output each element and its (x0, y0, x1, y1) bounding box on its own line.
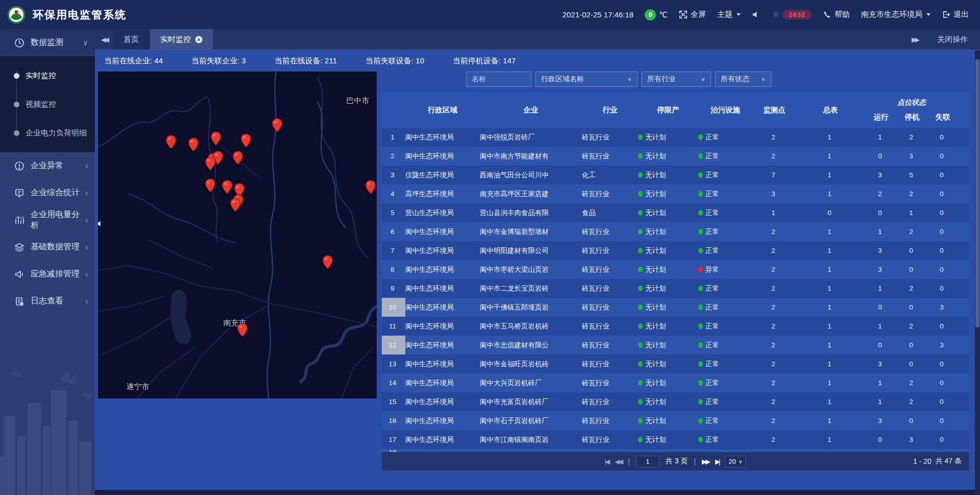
map-pin-icon[interactable] (365, 180, 376, 194)
cell-limit-status: 无计划 (638, 397, 698, 407)
sidebar-subitem[interactable]: 视频监控 (0, 90, 95, 119)
table-row[interactable]: 10阆中生态环境局阆中千佛镇五郎垭页岩砖瓦行业无计划正常21003 (382, 298, 969, 317)
temperature-badge: 0 (645, 9, 656, 20)
sidebar-subitem-label: 实时监控 (26, 71, 56, 81)
cell-limit-status: 无计划 (638, 303, 698, 312)
next-page-button[interactable]: ▶▶ (702, 458, 709, 465)
cell-industry: 化工 (582, 171, 638, 180)
cell-facility-status: 正常 (698, 171, 752, 180)
name-input-placeholder: 名称 (472, 75, 486, 84)
status-dot-icon (638, 437, 643, 442)
last-page-button[interactable]: ▶| (715, 458, 719, 465)
mute-button[interactable] (752, 10, 761, 19)
sidebar-item-6[interactable]: 应急减排管理‹ (0, 261, 95, 288)
table-row[interactable]: 2阆中生态环境局阆中市南方节能建材有砖瓦行业无计划正常21030 (382, 147, 969, 166)
facility-status-text: 正常 (705, 209, 719, 217)
table-row[interactable]: 1阆中生态环境局阆中强锐页岩砖厂砖瓦行业无计划正常21120 (382, 128, 969, 147)
row-index: 1 (382, 128, 405, 147)
cell-monitor-count: 2 (752, 417, 796, 425)
cell-offline-count: 0 (927, 190, 959, 198)
map-pin-icon[interactable] (232, 151, 243, 165)
map-pin-icon[interactable] (188, 137, 199, 152)
sidebar-item-2[interactable]: 企业异常‹ (0, 152, 95, 179)
cell-total-meter: 1 (796, 266, 865, 273)
table-row[interactable]: 9阆中生态环境局阆中市二龙长宝页岩砖砖瓦行业无计划正常21120 (382, 279, 969, 298)
cell-total-meter: 1 (796, 322, 865, 330)
close-operations-button[interactable]: 关闭操作 (937, 35, 968, 44)
sidebar-item-1[interactable]: 数据监测∨ (0, 29, 95, 56)
map-pin-icon[interactable] (237, 323, 248, 337)
table-row[interactable]: 15阆中生态环境局阆中市光富页岩机砖厂砖瓦行业无计划正常21120 (382, 392, 969, 411)
chevron-left-icon: ‹ (86, 188, 88, 198)
sidebar-subitem[interactable]: 企业电力负荷明细 (0, 119, 95, 147)
table-row[interactable]: 17阆中生态环境局阆中市江南镇阆南页岩砖瓦行业无计划正常21030 (382, 430, 969, 449)
prev-page-button[interactable]: ◀◀ (615, 458, 622, 465)
map-pin-icon[interactable] (240, 133, 252, 148)
first-page-button[interactable]: |◀ (605, 458, 608, 465)
table-row[interactable]: 6阆中生态环境局阆中市金博瑞新型墙材砖瓦行业无计划正常21120 (382, 222, 969, 241)
table-row[interactable]: 12阆中生态环境局阆中市忠信建材有限公砖瓦行业无计划正常21003 (382, 336, 969, 355)
tabs-scroll-left-button[interactable]: ◀◀ (95, 29, 113, 50)
logout-button[interactable]: 退出 (942, 10, 969, 19)
name-search-input[interactable]: 名称 (466, 72, 531, 87)
tabs-scroll-right-button[interactable]: ▶▶ (905, 36, 924, 43)
map-pin-icon[interactable] (165, 135, 177, 149)
table-row[interactable]: 3仪陇生态环境局西南油气田分公司川中化工无计划正常71350 (382, 166, 969, 184)
table-row[interactable]: 16阆中生态环境局阆中市石子页岩机砖厂砖瓦行业无计划正常21300 (382, 411, 969, 430)
map-pin-icon[interactable] (322, 255, 333, 269)
fullscreen-button[interactable]: 全屏 (679, 10, 706, 19)
cell-stopped-count: 2 (897, 190, 927, 198)
table-row[interactable]: 7阆中生态环境局阆中明阳建材有限公司砖瓦行业无计划正常21300 (382, 241, 969, 260)
org-dropdown[interactable]: 南充市生态环境局 (861, 10, 930, 19)
cell-company: 阆中市枣碧大梁山页岩 (480, 265, 582, 274)
map-pin-icon[interactable] (205, 156, 216, 171)
cell-facility-status: 正常 (698, 379, 752, 388)
status-dot-icon (698, 418, 703, 423)
map-panel[interactable]: 巴中市南充市遂宁市 ◀ (98, 72, 377, 398)
row-index: 3 (382, 166, 405, 184)
map-pin-icon[interactable] (272, 118, 283, 132)
map-pin-icon[interactable] (210, 131, 222, 146)
page-size-select[interactable]: 20∨ (725, 456, 746, 467)
status-dot-icon (698, 210, 703, 216)
cell-limit-status: 无计划 (638, 435, 698, 444)
map-pin-icon[interactable] (222, 180, 233, 194)
sidebar-subitem[interactable]: 实时监控 (0, 61, 95, 90)
bottom-edge-strip (95, 490, 980, 495)
cell-monitor-count: 2 (752, 341, 796, 349)
tab-实时监控[interactable]: 实时监控 (150, 29, 213, 50)
sidebar-item-7[interactable]: 日志查看‹ (0, 288, 95, 315)
cell-region: 阆中生态环境局 (405, 397, 480, 407)
cell-offline-count: 0 (927, 133, 959, 141)
table-row[interactable]: 4高坪生态环境局南充市高坪区王家店建砖瓦行业无计划正常31220 (382, 184, 969, 203)
tab-首页[interactable]: 首页 (113, 29, 149, 50)
map-pin-icon[interactable] (205, 178, 216, 193)
scrollbar-thumb[interactable] (975, 59, 979, 327)
cell-facility-status: 正常 (698, 133, 752, 142)
limit-status-text: 无计划 (645, 379, 666, 387)
status-select[interactable]: 所有状态∨ (715, 72, 771, 87)
bell-icon (772, 10, 780, 19)
sidebar-item-5[interactable]: 基础数据管理‹ (0, 233, 95, 261)
map-pin-icon[interactable] (230, 198, 241, 212)
table-row[interactable]: 11阆中生态环境局阆中市五马桥页岩机砖砖瓦行业无计划正常21120 (382, 317, 969, 336)
cell-total-meter: 1 (796, 247, 865, 254)
sidebar-item-4[interactable]: 企业用电量分析‹ (0, 206, 95, 233)
row-index: 2 (382, 147, 405, 166)
limit-status-text: 无计划 (645, 133, 666, 141)
page-number-input[interactable]: 1 (636, 456, 659, 467)
table-row[interactable]: 5营山生态环境局营山县润丰肉食品有限食品无计划正常10010 (382, 203, 969, 222)
help-button[interactable]: 帮助 (823, 10, 850, 19)
status-dot-icon (698, 134, 703, 140)
notification-bell[interactable]: 2632 (772, 10, 812, 19)
tab-close-icon[interactable] (195, 36, 203, 43)
table-row[interactable]: 13阆中生态环境局阆中市金福旺页岩机砖砖瓦行业无计划正常21300 (382, 355, 969, 373)
cell-facility-status: 正常 (698, 360, 752, 369)
theme-dropdown[interactable]: 主题 (717, 10, 741, 19)
table-row[interactable]: 8阆中生态环境局阆中市枣碧大梁山页岩砖瓦行业无计划异常21300 (382, 260, 969, 279)
page-scrollbar[interactable] (975, 50, 980, 495)
sidebar-item-3[interactable]: 企业综合统计‹ (0, 179, 95, 206)
region-select[interactable]: 行政区域名称∨ (535, 72, 638, 87)
industry-select[interactable]: 所有行业∨ (642, 72, 711, 87)
table-row[interactable]: 14阆中生态环境局阆中大兴页岩机砖厂砖瓦行业无计划正常21120 (382, 373, 969, 392)
